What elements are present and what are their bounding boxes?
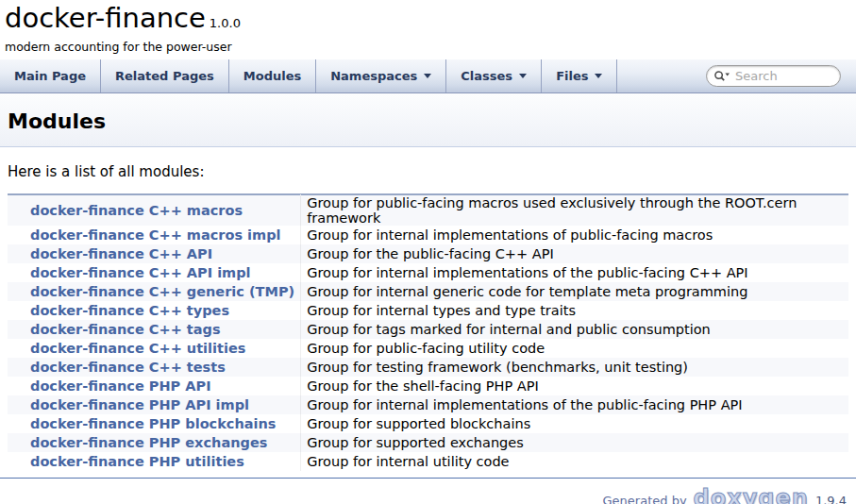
module-entry-cell: docker-finance C++ tests	[8, 358, 301, 377]
module-link[interactable]: docker-finance PHP API	[30, 378, 211, 394]
module-description: Group for internal implementations of th…	[301, 395, 848, 414]
modules-table: docker-finance C++ macros Group for publ…	[8, 194, 848, 471]
module-row: docker-finance PHP utilities Group for i…	[8, 452, 848, 471]
nav-tab-bar: Main Page Related Pages Modules Namespac…	[0, 59, 856, 93]
module-entry-cell: docker-finance C++ API impl	[8, 263, 301, 282]
search-box[interactable]	[706, 65, 841, 87]
module-row: docker-finance C++ generic (TMP) Group f…	[8, 282, 848, 301]
module-entry-cell: docker-finance C++ tags	[8, 320, 301, 339]
module-description: Group for internal utility code	[301, 452, 848, 471]
module-link[interactable]: docker-finance PHP utilities	[30, 454, 244, 469]
module-row: docker-finance C++ tests Group for testi…	[8, 358, 848, 377]
page-title: Modules	[0, 93, 856, 133]
module-row: docker-finance PHP API impl Group for in…	[8, 395, 848, 414]
tab-namespaces[interactable]: Namespaces	[316, 59, 446, 92]
module-entry-cell: docker-finance C++ API	[8, 244, 301, 263]
nav-tabs: Main Page Related Pages Modules Namespac…	[0, 59, 617, 92]
module-link[interactable]: docker-finance C++ tests	[30, 360, 226, 375]
module-link[interactable]: docker-finance PHP blockchains	[30, 416, 276, 431]
tab-related-pages[interactable]: Related Pages	[101, 59, 229, 92]
module-description: Group for the public-facing C++ API	[301, 244, 848, 263]
tab-label: Related Pages	[115, 69, 214, 83]
modules-directory: docker-finance C++ macros Group for publ…	[8, 193, 848, 471]
contents: Here is a list of all modules: docker-fi…	[0, 163, 856, 471]
project-name: docker-finance1.0.0	[5, 3, 856, 39]
module-link[interactable]: docker-finance PHP exchanges	[30, 435, 267, 450]
module-entry-cell: docker-finance PHP blockchains	[8, 414, 301, 433]
module-entry-cell: docker-finance C++ macros	[8, 195, 301, 227]
tab-classes[interactable]: Classes	[446, 59, 542, 92]
module-row: docker-finance C++ types Group for inter…	[8, 301, 848, 320]
module-row: docker-finance C++ macros Group for publ…	[8, 195, 848, 227]
page-header: Modules	[0, 93, 856, 147]
module-entry-cell: docker-finance PHP exchanges	[8, 433, 301, 452]
module-entry-cell: docker-finance PHP API	[8, 377, 301, 395]
module-description: Group for internal generic code for temp…	[301, 282, 848, 301]
generator-version: 1.9.4	[815, 494, 847, 504]
module-row: docker-finance C++ utilities Group for p…	[8, 339, 848, 358]
chevron-down-icon	[519, 74, 527, 78]
module-description: Group for supported exchanges	[301, 433, 848, 452]
module-entry-cell: docker-finance PHP API impl	[8, 395, 301, 414]
module-link[interactable]: docker-finance PHP API impl	[30, 397, 249, 412]
module-entry-cell: docker-finance C++ generic (TMP)	[8, 282, 301, 301]
module-description: Group for supported blockchains	[301, 414, 848, 433]
module-description: Group for public-facing macros used excl…	[301, 195, 848, 227]
module-row: docker-finance C++ API impl Group for in…	[8, 263, 848, 282]
module-row: docker-finance C++ API Group for the pub…	[8, 244, 848, 263]
module-row: docker-finance C++ macros impl Group for…	[8, 226, 848, 244]
tab-label: Modules	[243, 69, 301, 83]
module-description: Group for internal types and type traits	[301, 301, 848, 320]
generated-by-label: Generated by	[603, 494, 687, 504]
module-description: Group for public-facing utility code	[301, 339, 848, 358]
module-row: docker-finance PHP API Group for the she…	[8, 377, 848, 395]
modules-table-body: docker-finance C++ macros Group for publ…	[8, 195, 848, 472]
module-row: docker-finance PHP exchanges Group for s…	[8, 433, 848, 452]
search-icon[interactable]	[713, 70, 730, 83]
chevron-down-icon	[424, 74, 431, 78]
module-entry-cell: docker-finance C++ types	[8, 301, 301, 320]
module-description: Group for the shell-facing PHP API	[301, 377, 848, 395]
module-description: Group for internal implementations of th…	[301, 263, 848, 282]
search-input[interactable]	[735, 69, 832, 83]
module-link[interactable]: docker-finance C++ types	[30, 303, 229, 318]
module-link[interactable]: docker-finance C++ utilities	[30, 341, 245, 356]
module-link[interactable]: docker-finance C++ generic (TMP)	[30, 284, 294, 299]
tab-main-page[interactable]: Main Page	[0, 59, 101, 92]
module-description: Group for tags marked for internal and p…	[301, 320, 848, 339]
module-entry-cell: docker-finance C++ macros impl	[8, 226, 301, 244]
tab-label: Main Page	[14, 69, 86, 83]
module-row: docker-finance PHP blockchains Group for…	[8, 414, 848, 433]
module-link[interactable]: docker-finance C++ macros impl	[30, 227, 281, 243]
project-version: 1.0.0	[206, 16, 241, 30]
module-row: docker-finance C++ tags Group for tags m…	[8, 320, 848, 339]
project-brief: modern accounting for the power-user	[5, 39, 856, 54]
module-entry-cell: docker-finance PHP utilities	[8, 452, 301, 471]
project-name-text: docker-finance	[5, 2, 206, 34]
chevron-down-icon	[595, 74, 602, 78]
doxygen-logo-link[interactable]: doxygen	[692, 489, 811, 504]
intro-text: Here is a list of all modules:	[8, 163, 848, 180]
tab-label: Namespaces	[330, 69, 417, 83]
tab-files[interactable]: Files	[542, 59, 617, 92]
tab-label: Classes	[461, 69, 512, 83]
module-link[interactable]: docker-finance C++ API impl	[30, 265, 251, 280]
module-link[interactable]: docker-finance C++ macros	[30, 203, 243, 218]
title-area: docker-finance1.0.0 modern accounting fo…	[0, 0, 856, 59]
module-entry-cell: docker-finance C++ utilities	[8, 339, 301, 358]
tab-label: Files	[556, 69, 588, 83]
footer: Generated by doxygen 1.9.4	[0, 479, 856, 504]
module-link[interactable]: docker-finance C++ tags	[30, 322, 221, 337]
module-description: Group for testing framework (benchmarks,…	[301, 358, 848, 377]
module-link[interactable]: docker-finance C++ API	[30, 246, 212, 261]
tab-modules[interactable]: Modules	[229, 59, 316, 92]
module-description: Group for internal implementations of pu…	[301, 226, 848, 244]
search-area	[706, 59, 856, 92]
